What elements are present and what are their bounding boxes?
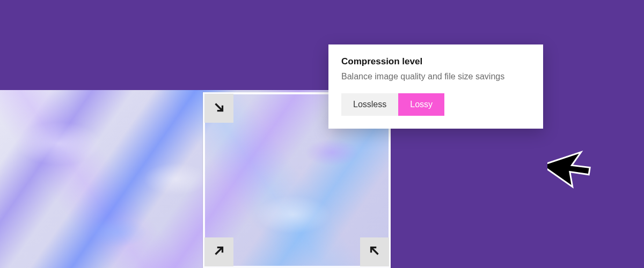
compression-panel: Compression level Balance image quality …: [328, 44, 543, 129]
resize-handle-bottom-left[interactable]: [204, 237, 233, 266]
arrow-down-right-icon: [212, 100, 226, 116]
resize-handle-top-left[interactable]: [204, 94, 233, 123]
panel-description: Balance image quality and file size savi…: [341, 70, 530, 83]
compression-toggle: Lossless Lossy: [341, 93, 444, 116]
panel-title: Compression level: [341, 56, 530, 67]
resize-handle-bottom-right[interactable]: [360, 237, 389, 266]
option-lossless[interactable]: Lossless: [341, 93, 398, 116]
arrow-up-right-icon: [212, 244, 226, 260]
arrow-up-left-icon: [368, 244, 382, 260]
option-lossy[interactable]: Lossy: [398, 93, 444, 116]
cursor-icon: [547, 135, 601, 189]
